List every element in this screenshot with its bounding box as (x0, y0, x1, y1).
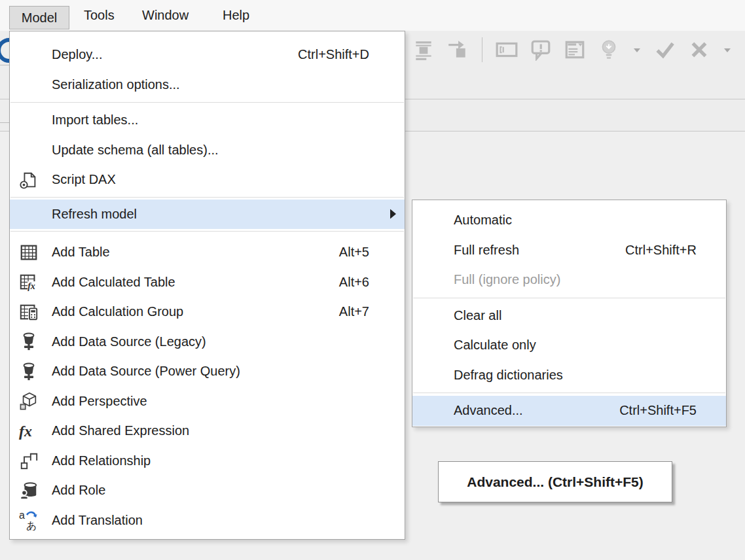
check-icon[interactable] (653, 37, 678, 62)
icon-gutter (18, 109, 40, 131)
script-document-icon (18, 169, 40, 191)
import-into-box-icon[interactable] (445, 37, 470, 62)
menubar: Model Tools Window Help (0, 0, 745, 31)
relationship-icon (18, 449, 40, 472)
textbox-selection-icon[interactable] (494, 37, 519, 62)
menu-item-label: Add Shared Expression (52, 423, 369, 438)
menu-item-shortcut: Alt+6 (339, 275, 369, 290)
refresh-model-submenu: Automatic Full refresh Ctrl+Shift+R Full… (412, 200, 727, 427)
comment-alert-icon[interactable] (528, 37, 553, 62)
menu-item-label: Add Data Source (Power Query) (52, 364, 369, 379)
data-source-icon (18, 360, 40, 383)
menu-item-refresh-model[interactable]: Refresh model (10, 200, 405, 230)
menu-item-import-tables[interactable]: Import tables... (10, 105, 405, 135)
dropdown-caret-icon[interactable] (630, 37, 644, 62)
svg-text:fx: fx (27, 281, 35, 292)
menu-item-label: Add Data Source (Legacy) (52, 334, 369, 349)
menu-item-label: Update schema (all tables)... (52, 143, 369, 158)
submenu-arrow-icon (390, 209, 396, 219)
submenu-item-label: Calculate only (454, 338, 697, 353)
left-edge-line (0, 122, 9, 123)
icon-gutter (18, 203, 40, 225)
icon-gutter (18, 44, 40, 66)
menu-item-label: Add Table (52, 245, 326, 260)
menubar-item-model[interactable]: Model (9, 6, 69, 29)
menu-item-add-calculation-group[interactable]: Add Calculation Group Alt+7 (10, 297, 405, 327)
dropdown-caret-icon[interactable] (721, 37, 734, 62)
toolbar-separator (482, 37, 482, 62)
perspective-cube-icon (18, 390, 40, 412)
menu-separator (10, 197, 404, 198)
left-edge-line (0, 65, 9, 65)
submenu-separator (413, 393, 725, 393)
menu-item-add-perspective[interactable]: Add Perspective (10, 387, 405, 417)
svg-text:fx: fx (19, 423, 32, 440)
block-align-icon[interactable] (411, 37, 436, 62)
menu-item-shortcut: Alt+5 (339, 245, 369, 260)
svg-text:あ: あ (26, 520, 37, 531)
submenu-item-shortcut: Ctrl+Shift+R (625, 243, 697, 258)
submenu-item-calculate-only[interactable]: Calculate only (412, 330, 726, 360)
occluded-refresh-icon (0, 37, 9, 64)
menubar-item-window[interactable]: Window (142, 0, 189, 31)
menu-item-label: Add Relationship (52, 453, 369, 468)
submenu-item-defrag-dictionaries[interactable]: Defrag dictionaries (412, 360, 726, 391)
menu-separator (10, 102, 404, 103)
fx-icon: fx (18, 420, 40, 442)
submenu-item-label: Full (ignore policy) (454, 272, 697, 287)
menu-item-label: Add Role (52, 483, 369, 498)
menu-item-script-dax[interactable]: Script DAX (10, 165, 405, 195)
submenu-item-clear-all[interactable]: Clear all (412, 301, 726, 331)
window-properties-icon[interactable] (562, 37, 587, 62)
submenu-separator (413, 298, 725, 298)
toolbar (411, 35, 734, 64)
menu-item-add-table[interactable]: Add Table Alt+5 (10, 237, 405, 268)
submenu-item-label: Defrag dictionaries (454, 368, 697, 383)
menu-item-add-data-source-power-query[interactable]: Add Data Source (Power Query) (10, 357, 405, 387)
menu-item-label: Serialization options... (52, 77, 369, 92)
model-menu: Deploy... Ctrl+Shift+D Serialization opt… (9, 31, 405, 540)
menu-item-label: Import tables... (52, 113, 369, 128)
translation-icon: a あ (18, 509, 40, 531)
menu-item-add-calculated-table[interactable]: fx Add Calculated Table Alt+6 (10, 268, 405, 298)
menu-item-label: Add Perspective (52, 394, 369, 409)
menu-item-label: Refresh model (52, 207, 369, 222)
submenu-item-full-ignore-policy: Full (ignore policy) (412, 265, 726, 295)
menubar-item-tools[interactable]: Tools (84, 0, 115, 31)
menu-item-add-shared-expression[interactable]: fx Add Shared Expression (10, 416, 405, 446)
icon-gutter (18, 139, 40, 161)
menu-item-add-relationship[interactable]: Add Relationship (10, 446, 405, 476)
menu-separator (10, 231, 404, 232)
submenu-item-advanced[interactable]: Advanced... Ctrl+Shift+F5 (412, 396, 726, 426)
role-icon (18, 480, 40, 502)
calculated-table-icon: fx (18, 271, 40, 293)
menubar-item-help[interactable]: Help (223, 0, 249, 31)
menu-item-label: Add Translation (52, 513, 369, 528)
menu-item-label: Add Calculation Group (52, 304, 326, 319)
data-source-icon (18, 330, 40, 353)
submenu-item-label: Advanced... (454, 403, 606, 418)
lightbulb-icon[interactable] (596, 37, 621, 62)
submenu-item-label: Clear all (454, 308, 697, 323)
menu-item-label: Add Calculated Table (52, 275, 326, 290)
menu-item-shortcut: Ctrl+Shift+D (298, 47, 369, 62)
cross-icon[interactable] (687, 37, 712, 62)
submenu-item-full-refresh[interactable]: Full refresh Ctrl+Shift+R (412, 236, 726, 266)
table-icon (18, 241, 40, 264)
menu-item-shortcut: Alt+7 (339, 304, 369, 319)
menu-item-add-data-source-legacy[interactable]: Add Data Source (Legacy) (10, 327, 405, 357)
calculation-group-icon (18, 301, 40, 323)
menu-item-label: Deploy... (52, 47, 285, 62)
tooltip: Advanced... (Ctrl+Shift+F5) (438, 461, 672, 502)
submenu-item-label: Automatic (454, 213, 697, 228)
menu-item-serialization-options[interactable]: Serialization options... (10, 70, 405, 100)
menu-item-deploy[interactable]: Deploy... Ctrl+Shift+D (10, 40, 405, 70)
menu-item-update-schema[interactable]: Update schema (all tables)... (10, 135, 405, 166)
submenu-item-shortcut: Ctrl+Shift+F5 (619, 403, 697, 418)
menu-item-add-translation[interactable]: a あ Add Translation (10, 506, 405, 536)
submenu-item-label: Full refresh (454, 243, 612, 258)
submenu-item-automatic[interactable]: Automatic (412, 205, 726, 236)
svg-text:a: a (19, 510, 25, 521)
menu-item-add-role[interactable]: Add Role (10, 476, 405, 506)
menu-item-label: Script DAX (52, 172, 369, 187)
